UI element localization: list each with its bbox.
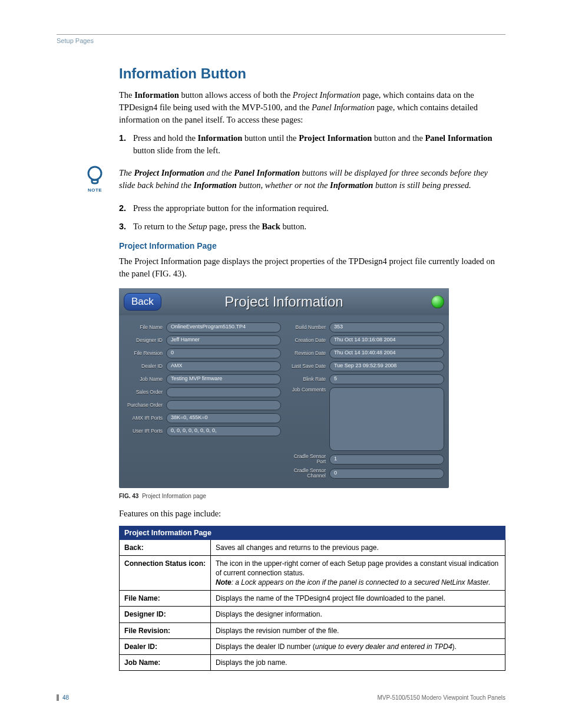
panel-row: Build Number353 bbox=[287, 322, 444, 332]
panel-field-value[interactable]: 1 bbox=[329, 454, 444, 465]
panel-row: Designer IDJeff Hamner bbox=[124, 335, 281, 345]
table-row-label: Back: bbox=[120, 539, 211, 555]
panel-field-label: File Name bbox=[124, 325, 166, 330]
table-row: File Name:Displays the name of the TPDes… bbox=[120, 591, 505, 607]
panel-field-value[interactable]: 0 bbox=[166, 348, 281, 358]
subheading: Project Information Page bbox=[119, 241, 505, 251]
figure-panel: Back Project Information File NameOnline… bbox=[119, 288, 505, 487]
table-row: Dealer ID:Displays the dealer ID number … bbox=[120, 638, 505, 654]
footer-text: MVP-5100/5150 Modero Viewpoint Touch Pan… bbox=[377, 694, 505, 701]
step-2: 2. Press the appropriate button for the … bbox=[119, 202, 505, 215]
panel-field-label: AMX IR Ports bbox=[124, 416, 166, 421]
step-1: 1. Press and hold the Information button… bbox=[119, 132, 505, 157]
figure-caption: FIG. 43 Project Information page bbox=[119, 493, 505, 499]
panel-row: Dealer IDAMX bbox=[124, 361, 281, 371]
panel-field-value[interactable]: 0 bbox=[329, 469, 444, 479]
panel-row: File NameOnlineEventsProgram5150.TP4 bbox=[124, 322, 281, 332]
panel-field-value[interactable]: Tue Sep 23 09:52:59 2008 bbox=[329, 361, 444, 371]
step-3: 3. To return to the Setup page, press th… bbox=[119, 220, 505, 233]
panel-row: Blink Rate5 bbox=[287, 374, 444, 384]
table-row: File Revision:Displays the revision numb… bbox=[120, 622, 505, 638]
table-row-desc: Displays the designer information. bbox=[211, 607, 505, 622]
panel-row: Cradle Sensor Channel0 bbox=[287, 468, 444, 479]
panel-field-label: Build Number bbox=[287, 325, 329, 330]
panel-field-label: User IR Ports bbox=[124, 429, 166, 434]
panel-field-label: Designer ID bbox=[124, 338, 166, 343]
lightbulb-icon bbox=[85, 165, 105, 186]
panel-field-value[interactable]: 5 bbox=[329, 374, 444, 384]
features-table: Project Information Page Back:Saves all … bbox=[119, 526, 505, 671]
note-callout: NOTE The Project Information and the Pan… bbox=[80, 165, 505, 193]
panel-row: Last Save DateTue Sep 23 09:52:59 2008 bbox=[287, 361, 444, 371]
panel-field-value[interactable] bbox=[166, 400, 281, 410]
table-row-label: File Name: bbox=[120, 591, 211, 607]
sub-intro: The Project Information page displays th… bbox=[119, 255, 505, 280]
svg-point-0 bbox=[88, 167, 101, 180]
back-button[interactable]: Back bbox=[124, 293, 161, 311]
table-row-desc: Displays the job name. bbox=[211, 655, 505, 671]
panel-row: Job Comments bbox=[287, 387, 444, 451]
page-header: Setup Pages bbox=[57, 34, 505, 44]
panel-field-label: Cradle Sensor Port bbox=[287, 454, 329, 465]
panel-field-label: Sales Order bbox=[124, 390, 166, 395]
panel-titlebar: Back Project Information bbox=[119, 288, 449, 315]
panel-field-label: Revision Date bbox=[287, 351, 329, 356]
panel-field-label: Blink Rate bbox=[287, 377, 329, 382]
panel-field-label: File Revision bbox=[124, 351, 166, 356]
table-row-label: Designer ID: bbox=[120, 607, 211, 622]
panel-row: Creation DateThu Oct 14 10:16:08 2004 bbox=[287, 335, 444, 345]
panel-field-value[interactable]: Thu Oct 14 10:40:48 2004 bbox=[329, 348, 444, 358]
panel-field-label: Cradle Sensor Channel bbox=[287, 468, 329, 479]
table-row-label: File Revision: bbox=[120, 622, 211, 638]
panel-field-value[interactable]: OnlineEventsProgram5150.TP4 bbox=[166, 322, 281, 332]
panel-field-label: Last Save Date bbox=[287, 364, 329, 369]
panel-field-value[interactable]: AMX bbox=[166, 361, 281, 371]
table-row-label: Dealer ID: bbox=[120, 638, 211, 654]
panel-field-label: Purchase Order bbox=[124, 403, 166, 408]
panel-row: Revision DateThu Oct 14 10:40:48 2004 bbox=[287, 348, 444, 358]
panel-field-value[interactable]: Thu Oct 14 10:16:08 2004 bbox=[329, 335, 444, 345]
table-row: Job Name:Displays the job name. bbox=[120, 655, 505, 671]
table-row-desc: Displays the dealer ID number (unique to… bbox=[211, 638, 505, 654]
section-title: Information Button bbox=[119, 65, 505, 82]
table-row: Back:Saves all changes and returns to th… bbox=[120, 539, 505, 555]
panel-row: Purchase Order bbox=[124, 400, 281, 410]
note-icon: NOTE bbox=[80, 165, 110, 193]
panel-field-label: Job Comments bbox=[287, 387, 329, 393]
table-row-desc: Saves all changes and returns to the pre… bbox=[211, 539, 505, 555]
panel-field-value[interactable] bbox=[329, 387, 444, 451]
features-intro: Features on this page include: bbox=[119, 508, 505, 520]
panel-field-value[interactable] bbox=[166, 387, 281, 397]
table-title: Project Information Page bbox=[120, 526, 505, 539]
table-row-desc: The icon in the upper-right corner of ea… bbox=[211, 555, 505, 591]
panel-field-value[interactable]: 353 bbox=[329, 322, 444, 332]
table-row-label: Connection Status icon: bbox=[120, 555, 211, 591]
intro-paragraph: The Information button allows access of … bbox=[119, 89, 505, 126]
panel-row: Sales Order bbox=[124, 387, 281, 397]
panel-field-value[interactable]: Jeff Hamner bbox=[166, 335, 281, 345]
table-row-label: Job Name: bbox=[120, 655, 211, 671]
panel-field-label: Dealer ID bbox=[124, 364, 166, 369]
panel-row: Cradle Sensor Port1 bbox=[287, 454, 444, 465]
table-row: Connection Status icon:The icon in the u… bbox=[120, 555, 505, 591]
panel-row: Job NameTesting MVP firmware bbox=[124, 374, 281, 384]
table-row: Designer ID:Displays the designer inform… bbox=[120, 607, 505, 622]
note-text: The Project Information and the Panel In… bbox=[110, 167, 505, 192]
breadcrumb: Setup Pages bbox=[57, 37, 94, 44]
panel-row: AMX IR Ports38K=0, 455K=0 bbox=[124, 413, 281, 423]
panel-row: User IR Ports0, 0, 0, 0, 0, 0, 0, 0, bbox=[124, 426, 281, 436]
table-row-desc: Displays the revision number of the file… bbox=[211, 622, 505, 638]
panel-field-value[interactable]: Testing MVP firmware bbox=[166, 374, 281, 384]
connection-status-icon bbox=[431, 295, 444, 308]
page-number: 48 bbox=[62, 694, 69, 701]
panel-field-label: Creation Date bbox=[287, 338, 329, 343]
table-row-desc: Displays the name of the TPDesign4 proje… bbox=[211, 591, 505, 607]
panel-field-value[interactable]: 0, 0, 0, 0, 0, 0, 0, 0, bbox=[166, 426, 281, 436]
page-footer: 48 MVP-5100/5150 Modero Viewpoint Touch … bbox=[57, 694, 505, 701]
panel-title: Project Information bbox=[119, 294, 449, 310]
panel-row: File Revision0 bbox=[124, 348, 281, 358]
panel-field-value[interactable]: 38K=0, 455K=0 bbox=[166, 413, 281, 423]
panel-field-label: Job Name bbox=[124, 377, 166, 382]
